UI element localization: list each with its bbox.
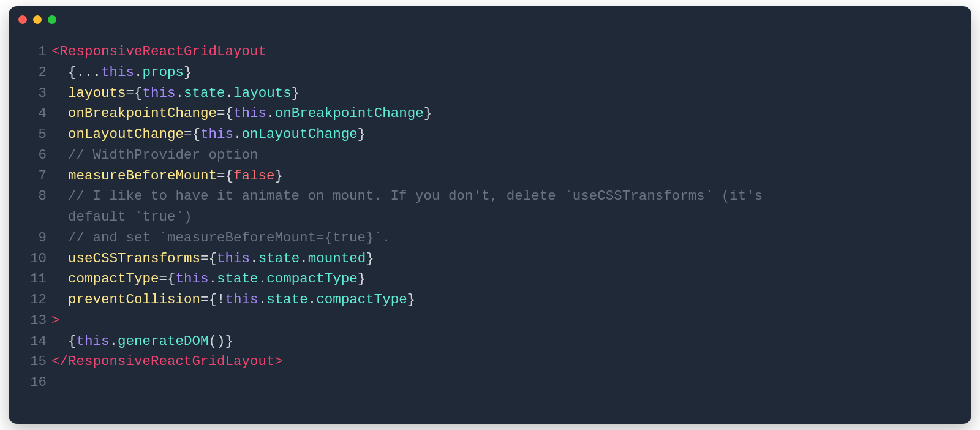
code-content: // I like to have it animate on mount. I… — [51, 186, 958, 207]
code-line: 1<ResponsiveReactGridLayout — [22, 42, 958, 62]
token: // I like to have it animate on mount. I… — [68, 188, 763, 204]
code-line: 15</ResponsiveReactGridLayout> — [22, 352, 958, 372]
token: . — [134, 64, 143, 80]
code-line: 11 compactType={this.state.compactType} — [22, 269, 958, 290]
code-line: 5 onLayoutChange={this.onLayoutChange} — [22, 124, 958, 145]
token: } — [184, 64, 192, 80]
token: . — [233, 126, 242, 142]
code-line: 3 layouts={this.state.layouts} — [22, 83, 958, 104]
token: this — [143, 85, 176, 101]
token: preventCollision — [68, 292, 200, 307]
token: > — [51, 312, 60, 328]
code-line: 6 // WidthProvider option — [22, 145, 958, 166]
token — [51, 168, 68, 184]
token — [51, 188, 68, 204]
token: ) — [217, 333, 225, 349]
token: { — [209, 292, 217, 307]
token: onBreakpointChange — [68, 105, 217, 121]
token: this — [101, 64, 134, 80]
token: = — [200, 251, 209, 266]
token: { — [68, 333, 77, 349]
token: ResponsiveReactGridLayout — [68, 353, 275, 369]
token: ( — [209, 333, 217, 349]
token — [51, 85, 68, 101]
token: { — [225, 105, 234, 121]
token: { — [134, 85, 143, 101]
code-line: 13> — [22, 311, 958, 331]
token: generateDOM — [118, 333, 209, 349]
token: { — [192, 126, 201, 142]
code-line: default `true`) — [22, 207, 958, 228]
token: = — [217, 168, 225, 184]
token: compactType — [316, 292, 407, 307]
line-number: 6 — [22, 145, 51, 166]
code-content: onBreakpointChange={this.onBreakpointCha… — [51, 104, 958, 124]
token: { — [68, 64, 77, 80]
code-content: measureBeforeMount={false} — [51, 166, 958, 187]
token: . — [258, 292, 267, 307]
token: } — [366, 251, 374, 266]
code-content: layouts={this.state.layouts} — [51, 83, 958, 104]
token: . — [110, 333, 118, 349]
close-icon[interactable] — [18, 15, 27, 24]
token: } — [275, 168, 284, 184]
token: state — [184, 85, 225, 101]
line-number: 13 — [22, 311, 51, 331]
token: . — [258, 271, 267, 287]
token: } — [292, 85, 300, 101]
token: props — [143, 64, 184, 80]
code-content: <ResponsiveReactGridLayout — [51, 42, 958, 62]
token: layouts — [233, 85, 292, 101]
token — [51, 64, 68, 80]
token: { — [225, 168, 234, 184]
code-editor[interactable]: 1<ResponsiveReactGridLayout2 {...this.pr… — [9, 33, 971, 424]
token — [51, 251, 68, 266]
line-number: 5 — [22, 124, 51, 145]
token: > — [275, 353, 284, 369]
token: compactType — [68, 271, 159, 287]
minimize-icon[interactable] — [33, 15, 42, 24]
token: layouts — [68, 85, 126, 101]
token — [51, 333, 68, 349]
token: = — [126, 85, 135, 101]
token: onLayoutChange — [68, 126, 184, 142]
token: = — [184, 126, 192, 142]
token: onLayoutChange — [242, 126, 358, 142]
code-content: // and set `measureBeforeMount={true}`. — [51, 228, 958, 249]
token: </ — [51, 353, 68, 369]
token — [51, 105, 68, 121]
token — [51, 230, 68, 246]
code-line: 14 {this.generateDOM()} — [22, 331, 958, 352]
code-window: 1<ResponsiveReactGridLayout2 {...this.pr… — [9, 6, 971, 424]
token: . — [308, 292, 317, 307]
titlebar — [9, 6, 971, 33]
token: ResponsiveReactGridLayout — [60, 43, 267, 59]
token: = — [159, 271, 168, 287]
line-number: 4 — [22, 104, 51, 124]
token: this — [176, 271, 209, 287]
code-content: preventCollision={!this.state.compactTyp… — [51, 290, 958, 311]
token: ! — [217, 292, 225, 307]
line-number: 7 — [22, 166, 51, 187]
token: onBreakpointChange — [275, 105, 424, 121]
zoom-icon[interactable] — [48, 15, 56, 24]
line-number: 10 — [22, 249, 51, 270]
line-number: 8 — [22, 186, 51, 207]
token: default `true`) — [51, 209, 192, 225]
line-number: 2 — [22, 62, 51, 83]
code-line: 12 preventCollision={!this.state.compact… — [22, 290, 958, 311]
token: useCSSTransforms — [68, 251, 200, 266]
code-content: {...this.props} — [51, 62, 958, 83]
token: // WidthProvider option — [68, 147, 258, 163]
token: measureBeforeMount — [68, 168, 217, 184]
line-number: 15 — [22, 352, 51, 372]
line-number — [22, 207, 51, 228]
token: this — [200, 126, 233, 142]
line-number: 11 — [22, 269, 51, 290]
token: = — [217, 105, 225, 121]
token: } — [225, 333, 234, 349]
code-content: default `true`) — [51, 207, 958, 228]
token: . — [266, 105, 275, 121]
code-line: 10 useCSSTransforms={this.state.mounted} — [22, 249, 958, 270]
token: . — [225, 85, 234, 101]
